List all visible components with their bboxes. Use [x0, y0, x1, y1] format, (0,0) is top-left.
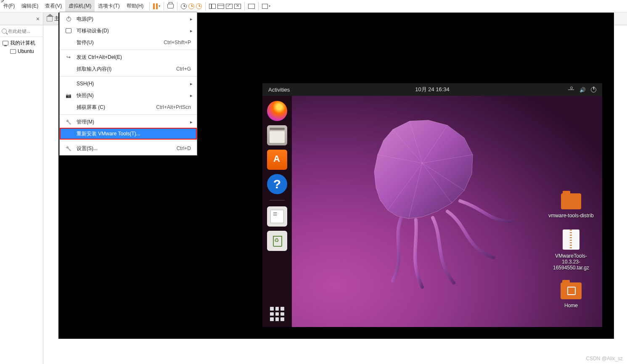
library-search-input[interactable]: [8, 29, 37, 34]
fullscreen-icon: [262, 4, 268, 9]
menu-power[interactable]: 电源(P): [60, 13, 197, 25]
host-icon: [3, 41, 8, 45]
tree-label: Ubuntu: [18, 48, 34, 54]
menu-separator: [60, 76, 197, 76]
clock-orange-button-2[interactable]: [195, 2, 203, 11]
separator: [205, 2, 206, 11]
library-sidebar: × 我的计算机 Ubuntu: [0, 13, 43, 364]
desktop-folder-vmware-tools[interactable]: [561, 193, 581, 209]
layout-close-button[interactable]: [233, 3, 242, 10]
menu-settings[interactable]: 设置(S)... Ctrl+D: [60, 142, 197, 154]
split-horizontal-icon: [217, 4, 224, 9]
volume-icon[interactable]: [579, 87, 586, 93]
clock-icon: [181, 3, 187, 9]
menubar: 件(F) 编辑(E) 查看(V) 虚拟机(M) 选项卡(T) 帮助(H): [0, 0, 627, 13]
dock-text-editor[interactable]: [267, 206, 287, 227]
split-vertical-icon: [209, 4, 216, 9]
menu-label: 快照(N): [77, 92, 191, 99]
svg-marker-0: [374, 120, 473, 219]
desktop-label: vmware-tools-distrib: [548, 213, 593, 219]
tree-vm-ubuntu[interactable]: Ubuntu: [3, 47, 43, 55]
printer-icon: [167, 4, 174, 8]
menu-view[interactable]: 查看(V): [42, 0, 65, 12]
layout-splitv-button[interactable]: [208, 3, 217, 10]
menu-shortcut: Ctrl+G: [176, 66, 191, 72]
menu-separator: [60, 50, 197, 50]
camera-icon: [65, 93, 72, 98]
menu-shortcut: Ctrl+Shift+P: [164, 40, 191, 45]
dock-help[interactable]: ?: [267, 174, 287, 194]
menu-label: 暂停(U): [77, 39, 164, 46]
dock-files[interactable]: [267, 125, 287, 145]
jellyfish-art: [338, 113, 515, 289]
separator: [177, 2, 177, 11]
separator: [164, 2, 164, 11]
layout-splith-button[interactable]: [217, 3, 225, 10]
desktop-label: Home: [564, 303, 578, 309]
clock-orange-button-1[interactable]: [188, 2, 195, 11]
watermark: CSDN @Alix_sz: [586, 356, 623, 361]
separator: [258, 2, 259, 11]
menu-reinstall-vmware-tools[interactable]: 重新安装 VMware Tools(T)...: [60, 128, 197, 140]
terminal-button[interactable]: [247, 3, 256, 10]
activities-button[interactable]: Activities: [268, 87, 290, 93]
dock-separator: [270, 200, 285, 200]
desktop-archive-vmwaretools[interactable]: [563, 229, 579, 250]
menu-snapshot[interactable]: 快照(N): [60, 90, 197, 101]
menu-shortcut: Ctrl+D: [177, 145, 191, 151]
menu-tabs[interactable]: 选项卡(T): [95, 0, 123, 12]
dock-software[interactable]: [267, 150, 287, 170]
ubuntu-dock: ?: [262, 96, 292, 327]
menu-suspend[interactable]: 暂停(U) Ctrl+Shift+P: [60, 37, 197, 48]
tree-host[interactable]: 我的计算机: [3, 39, 43, 47]
menu-shortcut: Ctrl+Alt+PrtScn: [156, 104, 191, 110]
clock-button[interactable]: [180, 2, 188, 11]
menu-label: 电源(P): [77, 16, 191, 23]
menu-label: 可移动设备(D): [77, 27, 191, 34]
terminal-icon: [248, 4, 255, 9]
pause-button[interactable]: [152, 2, 161, 11]
menu-label: 设置(S)...: [77, 145, 177, 152]
desktop-label: VMwareTools-10.3.23-16594550.tar.gz: [546, 253, 596, 271]
vm-dropdown-menu: 电源(P) 可移动设备(D) 暂停(U) Ctrl+Shift+P ↪ 发送 C…: [59, 12, 197, 156]
menu-help[interactable]: 帮助(H): [123, 0, 147, 12]
tab-close-button[interactable]: ×: [36, 16, 40, 22]
menu-capture-screen[interactable]: 捕获屏幕 (C) Ctrl+Alt+PrtScn: [60, 101, 197, 113]
menu-label: 发送 Ctrl+Alt+Del(E): [77, 54, 191, 61]
dock-trash[interactable]: [267, 231, 287, 251]
clock-label[interactable]: 10月 24 16:34: [415, 86, 450, 93]
menu-grab-input[interactable]: 抓取输入内容(I) Ctrl+G: [60, 63, 197, 75]
power-icon: [65, 17, 72, 21]
menu-label: 捕获屏幕 (C): [77, 104, 156, 111]
menu-removable[interactable]: 可移动设备(D): [60, 25, 197, 37]
power-icon[interactable]: [591, 87, 596, 92]
wrench-icon: [65, 119, 72, 125]
dock-firefox[interactable]: [267, 101, 287, 121]
menu-label: SSH(H): [77, 81, 191, 87]
desktop-icons: vmware-tools-distrib VMwareTools-10.3.23…: [546, 192, 596, 309]
separator: [149, 2, 150, 11]
menu-manage[interactable]: 管理(M): [60, 116, 197, 128]
dock-show-apps[interactable]: [270, 307, 284, 321]
menu-label: 抓取输入内容(I): [77, 66, 176, 73]
vm-tree: 我的计算机 Ubuntu: [0, 37, 43, 55]
menu-label: 管理(M): [77, 119, 191, 126]
wrench-icon: [65, 146, 72, 151]
menu-vm[interactable]: 虚拟机(M): [65, 0, 95, 12]
menu-label: 重新安装 VMware Tools(T)...: [77, 130, 191, 137]
printer-button[interactable]: [167, 3, 175, 10]
usb-icon: [65, 28, 72, 33]
clock-orange-icon: [196, 3, 202, 9]
network-icon[interactable]: [568, 87, 574, 93]
fullscreen-button[interactable]: [261, 3, 271, 10]
layout-fit-button[interactable]: [225, 3, 233, 10]
fit-icon: [226, 4, 233, 9]
menu-edit[interactable]: 编辑(E): [18, 0, 42, 12]
pause-icon: [153, 3, 158, 9]
vm-icon: [10, 49, 16, 54]
menu-ssh[interactable]: SSH(H): [60, 78, 197, 90]
desktop-home-folder[interactable]: [561, 282, 582, 299]
separator: [244, 2, 245, 11]
menu-send-cad[interactable]: ↪ 发送 Ctrl+Alt+Del(E): [60, 51, 197, 63]
ubuntu-guest: Activities 10月 24 16:34 ?: [262, 83, 602, 327]
